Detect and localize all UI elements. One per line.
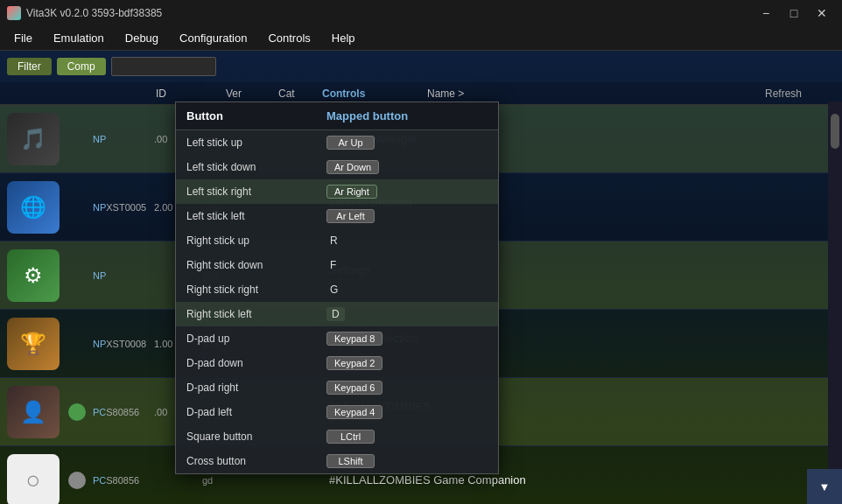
mapped-button: Ar Down: [326, 160, 379, 174]
dropdown-col-mapped: Mapped button: [326, 109, 488, 122]
app-icon: [7, 6, 21, 20]
minimize-button[interactable]: −: [753, 0, 779, 26]
col-header-refresh[interactable]: Refresh: [765, 88, 835, 100]
game-cat: gd: [202, 475, 242, 486]
dropdown-row-left-stick-up[interactable]: Left stick up Ar Up: [176, 130, 498, 155]
dropdown-row-left-stick-down[interactable]: Left stick down Ar Down: [176, 155, 498, 179]
controls-dropdown: Button Mapped button Left stick up Ar Up…: [175, 102, 499, 474]
dropdown-header: Button Mapped button: [176, 102, 498, 130]
button-label: Right stick left: [186, 308, 326, 320]
game-id: NPXST0008: [93, 339, 154, 349]
menu-controls[interactable]: Controls: [257, 28, 320, 48]
mapped-button: Keypad 8: [326, 332, 382, 346]
dropdown-row-left-stick-left[interactable]: Left stick left Ar Left: [176, 204, 498, 228]
mapped-button: R: [326, 234, 341, 248]
dropdown-row-right-stick-down[interactable]: Right stick down F: [176, 253, 498, 277]
scrollbar: [828, 102, 842, 504]
search-input[interactable]: [111, 57, 216, 76]
dropdown-row-right-stick-right[interactable]: Right stick right G: [176, 277, 498, 302]
title-bar: Vita3K v0.2.0 3593-bdf38385 − □ ✕: [0, 0, 842, 26]
mapped-button: Keypad 4: [326, 405, 382, 419]
mapped-button: F: [326, 258, 340, 272]
col-header-cat: Cat: [278, 88, 322, 100]
chevron-down-icon: ▼: [819, 480, 831, 494]
dropdown-col-button: Button: [186, 109, 326, 122]
col-header-controls[interactable]: Controls: [322, 88, 427, 100]
compat-badge: [68, 267, 86, 284]
scroll-thumb[interactable]: [831, 114, 839, 149]
mapped-button: LCtrl: [326, 430, 375, 444]
mapped-button: D: [326, 307, 345, 321]
compat-badge: [68, 403, 86, 421]
mapped-button: Ar Up: [326, 136, 375, 150]
button-label: Left stick down: [186, 161, 326, 173]
button-label: Left stick up: [186, 136, 326, 149]
compat-badge: [68, 199, 86, 216]
dropdown-row-left-stick-right[interactable]: Left stick right Ar Right: [176, 179, 498, 204]
compat-badge: [68, 335, 86, 353]
main-area: Filter Comp ID Ver Cat Controls Name > R…: [0, 51, 842, 504]
filter-button[interactable]: Filter: [7, 58, 52, 75]
button-label: Right stick up: [186, 234, 326, 247]
dropdown-row-dpad-right[interactable]: D-pad right Keypad 6: [176, 375, 498, 400]
menu-configuration[interactable]: Configuration: [169, 28, 257, 48]
window-title: Vita3K v0.2.0 3593-bdf38385: [26, 7, 162, 19]
button-label: D-pad down: [186, 357, 326, 369]
mapped-button: Keypad 2: [326, 356, 382, 370]
game-id: NPXST0005: [93, 202, 154, 213]
game-icon: ○: [7, 454, 60, 505]
menu-help[interactable]: Help: [321, 28, 366, 48]
mapped-button: Keypad 6: [326, 381, 382, 395]
game-icon: 🌐: [7, 181, 60, 234]
mapped-button: Ar Right: [326, 185, 377, 199]
dropdown-row-cross[interactable]: Cross button LShift: [176, 449, 498, 473]
mapped-button: LShift: [326, 454, 375, 468]
dropdown-row-right-stick-up[interactable]: Right stick up R: [176, 228, 498, 253]
dropdown-row-dpad-left[interactable]: D-pad left Keypad 4: [176, 400, 498, 424]
menu-bar: File Emulation Debug Configuration Contr…: [0, 26, 842, 51]
window-controls: − □ ✕: [753, 0, 835, 26]
mapped-button: Ar Left: [326, 209, 375, 223]
dropdown-row-dpad-down[interactable]: D-pad down Keypad 2: [176, 351, 498, 375]
dropdown-row-right-stick-left[interactable]: Right stick left D: [176, 302, 498, 326]
game-name: #KILLALLZOMBIES Game Companion: [329, 473, 835, 486]
close-button[interactable]: ✕: [809, 0, 835, 26]
compat-badge: [68, 130, 86, 148]
button-label: D-pad up: [186, 332, 326, 345]
button-label: Square button: [186, 430, 326, 443]
button-label: Right stick right: [186, 284, 326, 296]
menu-file[interactable]: File: [4, 28, 43, 48]
game-id: NP: [93, 134, 154, 144]
menu-debug[interactable]: Debug: [115, 28, 169, 48]
game-icon: 🎵: [7, 113, 60, 165]
game-icon: 👤: [7, 386, 60, 438]
game-icon: ⚙: [7, 249, 60, 302]
menu-emulation[interactable]: Emulation: [43, 28, 115, 48]
button-label: Left stick left: [186, 210, 326, 222]
mapped-button: G: [326, 283, 341, 297]
maximize-button[interactable]: □: [781, 0, 807, 26]
dropdown-row-dpad-up[interactable]: D-pad up Keypad 8: [176, 326, 498, 351]
game-id: NP: [93, 270, 154, 281]
game-icon: 🏆: [7, 318, 60, 370]
button-label: Cross button: [186, 455, 326, 467]
game-id: PCS80856: [93, 475, 154, 486]
col-header-name[interactable]: Name >: [427, 88, 765, 100]
compat-badge: [68, 472, 86, 489]
button-label: D-pad right: [186, 382, 326, 394]
button-label: D-pad left: [186, 406, 326, 418]
col-header-id: ID: [156, 88, 226, 100]
button-label: Right stick down: [186, 259, 326, 271]
title-bar-left: Vita3K v0.2.0 3593-bdf38385: [7, 6, 162, 20]
toolbar: Filter Comp: [0, 51, 842, 82]
game-id: PCS80856: [93, 407, 154, 417]
scroll-arrow-down[interactable]: ▼: [807, 469, 842, 504]
col-header-ver: Ver: [226, 88, 278, 100]
comp-button[interactable]: Comp: [57, 58, 106, 75]
button-label: Left stick right: [186, 186, 326, 198]
dropdown-row-square[interactable]: Square button LCtrl: [176, 424, 498, 449]
